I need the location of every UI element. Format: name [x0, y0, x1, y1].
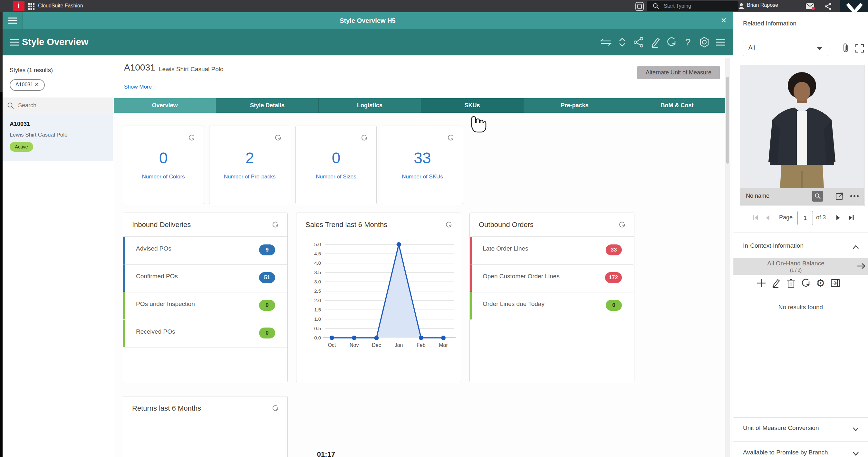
image-pager: Page 1 of 3: [733, 211, 868, 226]
kpi-card-number-of-colors[interactable]: 0Number of Colors: [123, 126, 204, 204]
svg-text:Oct: Oct: [328, 342, 336, 348]
row-label: Received POs: [136, 328, 175, 335]
user-name[interactable]: Brian Rapose: [747, 2, 778, 8]
row-color-bar: [123, 320, 125, 347]
style-tabs: OverviewStyle DetailsLogisticsSKUsPre-pa…: [114, 98, 728, 113]
workspace-icon[interactable]: [636, 2, 644, 11]
list-row-late-order-lines[interactable]: Late Order Lines33: [470, 237, 633, 265]
svg-text:1.5: 1.5: [314, 307, 321, 313]
page-of-label: of 3: [816, 214, 826, 221]
filter-chip[interactable]: A10031 ✕: [10, 79, 45, 91]
refresh-icon[interactable]: [188, 134, 196, 142]
swap-arrows-icon[interactable]: [599, 36, 612, 48]
page-menu-icon[interactable]: [10, 38, 19, 46]
chevron-down-icon[interactable]: [852, 450, 860, 457]
list-row-confirmed-pos[interactable]: Confirmed POs51: [123, 264, 287, 292]
help-icon[interactable]: ?: [681, 36, 694, 48]
kpi-card-number-of-skus[interactable]: 33Number of SKUs: [382, 126, 463, 204]
app-grid-icon[interactable]: [28, 3, 35, 10]
section-atp-by-branch[interactable]: Available to Promise by Branch: [743, 449, 828, 456]
no-results-message: No results found: [733, 304, 868, 311]
first-page-icon[interactable]: [752, 214, 759, 221]
menu-icon[interactable]: [714, 36, 727, 48]
fullscreen-icon[interactable]: [855, 44, 864, 53]
kpi-label: Number of Colors: [123, 173, 204, 180]
status-badge: Active: [10, 142, 33, 152]
settings-gear-icon[interactable]: ⚙: [815, 278, 826, 289]
chevron-up-icon[interactable]: [852, 243, 860, 251]
sidebar-search-placeholder: Search: [18, 102, 36, 109]
add-icon[interactable]: [756, 278, 767, 289]
edit-icon[interactable]: [649, 36, 661, 48]
show-more-link[interactable]: Show More: [124, 84, 152, 90]
related-info-filter-dropdown[interactable]: All: [743, 41, 828, 56]
refresh-icon[interactable]: [274, 134, 282, 142]
refresh-icon[interactable]: [446, 134, 455, 142]
section-unit-of-measure[interactable]: Unit of Measure Conversion: [743, 424, 819, 431]
refresh-icon[interactable]: [271, 404, 280, 413]
sales-trend-card: Sales Trend last 6 Months 0.00.51.01.52.…: [296, 213, 461, 382]
chevron-down-icon[interactable]: [852, 425, 860, 433]
expand-collapse-icon[interactable]: [616, 36, 629, 48]
mail-icon[interactable]: [805, 2, 815, 10]
global-search-input[interactable]: Start Typing: [647, 1, 739, 11]
tab-overview[interactable]: Overview: [114, 98, 216, 113]
attachment-icon[interactable]: [841, 43, 850, 54]
scrollbar-thumb[interactable]: [726, 77, 729, 164]
tab-skus[interactable]: SKUs: [421, 98, 523, 113]
last-page-icon[interactable]: [847, 214, 855, 221]
product-image-card: No name: [740, 65, 865, 206]
refresh-icon[interactable]: [271, 221, 280, 229]
more-options-icon[interactable]: [849, 195, 859, 198]
share-icon[interactable]: [632, 36, 645, 48]
window-close-button[interactable]: ✕: [720, 17, 727, 25]
list-row-advised-pos[interactable]: Advised POs9: [123, 237, 287, 265]
row-label: Confirmed POs: [136, 273, 178, 280]
row-label: Open Customer Order Lines: [483, 273, 560, 280]
style-list-item[interactable]: A10031 Lewis Shirt Casual Polo Active: [3, 114, 114, 161]
edit-icon[interactable]: [771, 278, 782, 289]
kpi-value: 33: [382, 149, 463, 167]
next-page-icon[interactable]: [835, 214, 841, 221]
list-row-order-lines-due-today[interactable]: Order Lines due Today0: [470, 292, 633, 320]
page-number-input[interactable]: 1: [798, 211, 813, 225]
svg-text:0.0: 0.0: [314, 335, 321, 340]
refresh-icon[interactable]: [800, 278, 811, 289]
tab-bom-cost[interactable]: BoM & Cost: [626, 98, 728, 113]
prev-page-icon[interactable]: [765, 214, 771, 221]
panel-title: Related Information: [743, 20, 797, 27]
row-color-bar: [123, 292, 125, 320]
svg-text:Feb: Feb: [416, 342, 426, 348]
context-accordion-bar[interactable]: All On-Hand Balance (1 / 2): [733, 258, 868, 275]
kpi-value: 0: [123, 149, 204, 167]
open-external-icon[interactable]: [835, 192, 844, 200]
alternate-uom-button[interactable]: Alternate Unit of Measure: [637, 66, 720, 79]
card-title: Returns last 6 Months: [132, 404, 201, 413]
export-icon[interactable]: [830, 278, 841, 289]
row-label: Late Order Lines: [483, 245, 528, 252]
svg-text:?: ?: [685, 37, 691, 47]
kpi-card-number-of-sizes[interactable]: 0Number of Sizes: [296, 126, 377, 204]
count-badge: 0: [606, 300, 622, 311]
delete-icon[interactable]: [785, 278, 797, 289]
settings-icon[interactable]: [698, 36, 711, 48]
tab-logistics[interactable]: Logistics: [318, 98, 421, 113]
refresh-icon[interactable]: [360, 134, 369, 142]
refresh-icon[interactable]: [665, 36, 678, 48]
kpi-card-number-of-pre-packs[interactable]: 2Number of Pre-packs: [209, 126, 290, 204]
sales-trend-chart: 0.00.51.01.52.02.53.03.54.04.55.0OctNovD…: [297, 235, 460, 377]
product-image[interactable]: [740, 65, 864, 188]
share-icon[interactable]: [824, 3, 832, 10]
refresh-icon[interactable]: [445, 221, 453, 229]
list-row-pos-under-inspection[interactable]: POs under Inspection0: [123, 292, 287, 320]
tab-pre-packs[interactable]: Pre-packs: [523, 98, 626, 113]
list-row-open-customer-order-lines[interactable]: Open Customer Order Lines172: [470, 264, 633, 292]
refresh-icon[interactable]: [618, 221, 626, 229]
tab-style-details[interactable]: Style Details: [216, 98, 318, 113]
list-row-received-pos[interactable]: Received POs0: [123, 320, 287, 348]
arrow-right-icon[interactable]: [857, 262, 866, 270]
sidebar-search-input[interactable]: Search: [3, 98, 114, 114]
svg-text:2.5: 2.5: [314, 288, 321, 294]
image-zoom-button[interactable]: [812, 191, 823, 202]
user-icon[interactable]: [738, 3, 745, 10]
